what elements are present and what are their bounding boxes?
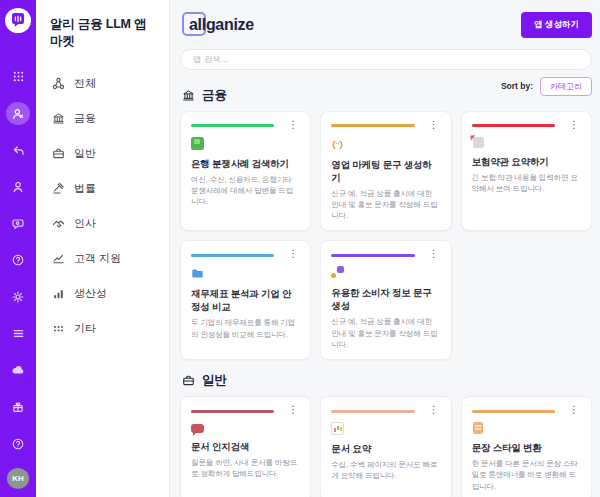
- card-title: 재무제표 분석과 기업 안정성 비교: [191, 288, 300, 314]
- app-card[interactable]: ⋮ 은행 분쟁사례 검색하기 여신, 수신, 신용카드, 은행기타 분쟁사례에 …: [180, 111, 311, 232]
- card-description: 신규 예, 적금 상품 출시에 대한 안내 및 홍보 문자를 작성해 드립니다.: [331, 316, 440, 350]
- card-title: 보험약관 요약하기: [472, 156, 581, 169]
- sidebar-item-label: 일반: [74, 146, 96, 161]
- topbar: allganize 앱 생성하기: [180, 8, 592, 48]
- sidebar-item-label: 전체: [74, 76, 96, 91]
- handshake-icon: [52, 217, 65, 230]
- app-card[interactable]: ⋮ 문서 인지검색 질문을 하면, 사내 문서를 바탕으로 정확하게 답해드립니…: [180, 396, 311, 497]
- settings-gear-icon[interactable]: [6, 286, 30, 309]
- card-menu-button[interactable]: ⋮: [567, 120, 581, 130]
- card-description: 여신, 수신, 신용카드, 은행기타 분쟁사례에 대해서 답변을 드립니다.: [191, 174, 300, 208]
- main-content: allganize 앱 생성하기 Sort by: 카테고리 금융 ⋮ 은행 분…: [170, 0, 600, 497]
- blue-folder-icon: [191, 266, 204, 279]
- sidebar-item-support[interactable]: 고객 지원: [36, 241, 169, 276]
- sort-by-label: Sort by:: [501, 81, 533, 91]
- org-icon: [52, 77, 65, 90]
- sidebar-item-productivity[interactable]: 생산성: [36, 276, 169, 311]
- gavel-icon: [52, 182, 65, 195]
- card-accent-bar: [331, 410, 414, 413]
- card-menu-button[interactable]: ⋮: [427, 120, 441, 130]
- sidebar-item-other[interactable]: 기타: [36, 311, 169, 346]
- general-card-grid: ⋮ 문서 인지검색 질문을 하면, 사내 문서를 바탕으로 정확하게 답해드립니…: [180, 396, 592, 497]
- card-menu-button[interactable]: ⋮: [567, 405, 581, 415]
- orange-doc-icon: [473, 422, 483, 434]
- sidebar-item-label: 인사: [74, 216, 96, 231]
- user-avatar[interactable]: KH: [7, 468, 29, 489]
- allganize-logo: allganize: [182, 12, 254, 38]
- help-circle-icon[interactable]: [6, 249, 30, 272]
- sidebar-title: 알리 금융 LLM 앱 마켓: [36, 14, 169, 66]
- allganize-bubble-logo-icon[interactable]: [5, 8, 31, 33]
- sidebar-item-label: 금융: [74, 111, 96, 126]
- chat-bubble-icon[interactable]: [6, 212, 30, 235]
- red-chat-icon: [191, 424, 204, 433]
- ai-agent-icon[interactable]: [6, 102, 30, 125]
- sidebar-item-finance[interactable]: 금융: [36, 101, 169, 136]
- app-card[interactable]: ⋮ 보험약관 요약하기 긴 보험 약관 내용을 입력하면 요약해서 보여 드립니…: [461, 111, 592, 232]
- app-card[interactable]: ⋮ 문장 스타일 변환 한 문서를 다른 문서의 문장 스타일로 톤앤매너를 바…: [461, 396, 592, 497]
- section-title: 금융: [202, 87, 227, 104]
- sort-category-chip[interactable]: 카테고리: [540, 77, 592, 96]
- app-rail: KH: [0, 0, 36, 497]
- card-title: 영업 마케팅 문구 생성하기: [331, 159, 440, 185]
- card-menu-button[interactable]: ⋮: [427, 249, 441, 259]
- sidebar-item-label: 고객 지원: [74, 251, 121, 266]
- bank-icon: [182, 89, 195, 102]
- sidebar-item-label: 법률: [74, 181, 96, 196]
- card-accent-bar: [472, 410, 555, 413]
- card-accent-bar: [191, 254, 274, 257]
- shapes-icon: [331, 266, 344, 279]
- card-accent-bar: [331, 254, 414, 257]
- briefcase-icon: [52, 147, 65, 160]
- section-header-general: 일반: [182, 372, 592, 389]
- card-accent-bar: [191, 410, 274, 413]
- sidebar-item-label: 기타: [74, 321, 96, 336]
- card-accent-bar: [331, 124, 414, 127]
- apps-grid-icon[interactable]: [6, 66, 30, 89]
- line-chart-icon: [52, 252, 65, 265]
- create-app-button[interactable]: 앱 생성하기: [521, 12, 592, 38]
- card-accent-bar: [191, 124, 274, 127]
- card-description: 한 문서를 다른 문서의 문장 스타일로 톤앤매너를 바로 변환해 드립니다.: [472, 458, 581, 492]
- card-description: 수십, 수백 페이지의 문서도 빠르게 요약해 드립니다.: [331, 459, 440, 482]
- open-hands-icon: [331, 137, 344, 150]
- memo-pen-icon: [472, 136, 484, 148]
- green-book-icon: [191, 137, 204, 150]
- app-root: KH 알리 금융 LLM 앱 마켓 전체 금융 일반 법률 인사 고객 지원: [0, 0, 600, 497]
- user-icon[interactable]: [6, 176, 30, 199]
- card-title: 문서 인지검색: [191, 441, 300, 454]
- card-title: 문서 요약: [331, 443, 440, 456]
- help-circle-icon[interactable]: [6, 432, 30, 455]
- sidebar-item-general[interactable]: 일반: [36, 136, 169, 171]
- card-menu-button[interactable]: ⋮: [286, 249, 300, 259]
- card-menu-button[interactable]: ⋮: [286, 405, 300, 415]
- section-title: 일반: [202, 372, 227, 389]
- card-menu-button[interactable]: ⋮: [427, 405, 441, 415]
- app-card[interactable]: ⋮ 문서 요약 수십, 수백 페이지의 문서도 빠르게 요약해 드립니다.: [320, 396, 451, 497]
- app-search-input[interactable]: [180, 49, 592, 70]
- reply-arrow-icon[interactable]: [6, 139, 30, 162]
- grid-dots-icon: [52, 322, 65, 335]
- sidebar-item-all[interactable]: 전체: [36, 66, 169, 101]
- briefcase-icon: [182, 374, 195, 387]
- chart-doc-icon: [331, 422, 344, 435]
- sidebar-item-hr[interactable]: 인사: [36, 206, 169, 241]
- app-card[interactable]: ⋮ 유용한 소비자 정보 문구 생성 신규 예, 적금 상품 출시에 대한 안내…: [320, 240, 451, 360]
- app-card[interactable]: ⋮ 재무제표 분석과 기업 안정성 비교 두 기업의 재무제표를 통해 기업의 …: [180, 240, 311, 360]
- bank-icon: [52, 112, 65, 125]
- cloud-status-icon[interactable]: [6, 359, 30, 382]
- card-title: 문장 스타일 변환: [472, 442, 581, 455]
- card-description: 신규 예, 적금 상품 출시에 대한 안내 및 홍보 문자를 작성해 드립니다.: [331, 188, 440, 222]
- card-title: 은행 분쟁사례 검색하기: [191, 158, 300, 171]
- bar-chart-icon: [52, 287, 65, 300]
- app-card[interactable]: ⋮ 영업 마케팅 문구 생성하기 신규 예, 적금 상품 출시에 대한 안내 및…: [320, 111, 451, 232]
- hamburger-menu-icon[interactable]: [6, 322, 30, 345]
- logo-text: allganize: [189, 16, 254, 34]
- card-description: 두 기업의 재무제표를 통해 기업의 안정성을 비교해 드립니다.: [191, 317, 300, 340]
- card-description: 긴 보험 약관 내용을 입력하면 요약해서 보여 드립니다.: [472, 172, 581, 195]
- card-title: 유용한 소비자 정보 문구 생성: [331, 287, 440, 313]
- gift-icon[interactable]: [6, 396, 30, 419]
- card-menu-button[interactable]: ⋮: [286, 120, 300, 130]
- sidebar-item-legal[interactable]: 법률: [36, 171, 169, 206]
- category-sidebar: 알리 금융 LLM 앱 마켓 전체 금융 일반 법률 인사 고객 지원 생산성: [36, 0, 170, 497]
